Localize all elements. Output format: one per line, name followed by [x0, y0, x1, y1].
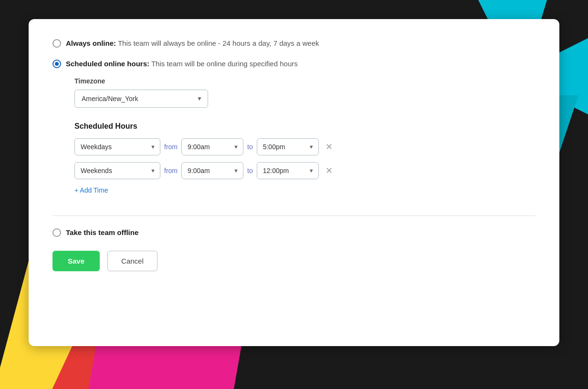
scheduled-hours-label-bold: Scheduled online hours: [66, 60, 149, 68]
scheduled-hours-option[interactable]: Scheduled online hours: This team will b… [52, 59, 536, 204]
weekends-remove-button[interactable]: ✕ [323, 164, 336, 177]
save-button[interactable]: Save [52, 251, 100, 271]
weekdays-from-select-wrapper: 9:00am 8:00am 10:00am ▼ [181, 138, 243, 155]
add-time-link[interactable]: + Add Time [74, 186, 108, 194]
weekends-from-select[interactable]: 9:00am 8:00am 10:00am [181, 162, 243, 179]
timezone-label: Timezone [74, 77, 336, 85]
weekdays-from-select[interactable]: 9:00am 8:00am 10:00am [181, 138, 243, 155]
action-row: Save Cancel [52, 251, 536, 271]
always-online-label: Always online: This team will always be … [66, 38, 319, 48]
weekdays-select[interactable]: Weekdays Weekends Monday Tuesday Wednesd… [74, 138, 160, 155]
always-online-label-bold: Always online: [66, 39, 116, 47]
cancel-button[interactable]: Cancel [107, 251, 158, 271]
weekdays-from-label: from [164, 143, 178, 151]
scheduled-hours-section: Scheduled Hours Weekdays Weekends Monday… [74, 122, 336, 194]
timezone-select[interactable]: America/New_York America/Los_Angeles Ame… [74, 90, 208, 108]
always-online-radio[interactable] [52, 39, 61, 48]
weekends-row: Weekdays Weekends Monday Tuesday Wednesd… [74, 162, 336, 179]
weekends-to-select[interactable]: 12:00pm 11:00am 1:00pm [257, 162, 319, 179]
weekdays-to-select[interactable]: 5:00pm 4:00pm 6:00pm [257, 138, 319, 155]
take-offline-option[interactable]: Take this team offline [52, 227, 536, 237]
scheduled-hours-label: Scheduled online hours: This team will b… [66, 60, 298, 68]
weekends-to-label: to [247, 167, 253, 174]
weekends-from-label: from [164, 167, 178, 174]
scheduled-hours-radio[interactable] [52, 60, 61, 68]
scheduled-hours-title: Scheduled Hours [74, 122, 336, 131]
always-online-option[interactable]: Always online: This team will always be … [52, 38, 536, 48]
timezone-select-wrapper: America/New_York America/Los_Angeles Ame… [74, 90, 208, 108]
weekends-select-wrapper: Weekdays Weekends Monday Tuesday Wednesd… [74, 162, 160, 179]
take-offline-label: Take this team offline [66, 227, 138, 237]
weekdays-to-label: to [247, 143, 253, 151]
weekends-from-select-wrapper: 9:00am 8:00am 10:00am ▼ [181, 162, 243, 179]
settings-card: Always online: This team will always be … [29, 19, 559, 346]
weekdays-row: Weekdays Weekends Monday Tuesday Wednesd… [74, 138, 336, 155]
weekdays-select-wrapper: Weekdays Weekends Monday Tuesday Wednesd… [74, 138, 160, 155]
weekdays-to-select-wrapper: 5:00pm 4:00pm 6:00pm ▼ [257, 138, 319, 155]
weekends-select[interactable]: Weekdays Weekends Monday Tuesday Wednesd… [74, 162, 160, 179]
weekends-to-select-wrapper: 12:00pm 11:00am 1:00pm ▼ [257, 162, 319, 179]
weekdays-remove-button[interactable]: ✕ [323, 141, 336, 153]
take-offline-label-text: Take this team offline [66, 228, 138, 236]
always-online-label-desc: This team will always be online - 24 hou… [118, 39, 319, 47]
section-divider [52, 215, 536, 216]
take-offline-radio[interactable] [52, 228, 61, 237]
scheduled-hours-label-desc: This team will be online during specifie… [151, 60, 298, 68]
